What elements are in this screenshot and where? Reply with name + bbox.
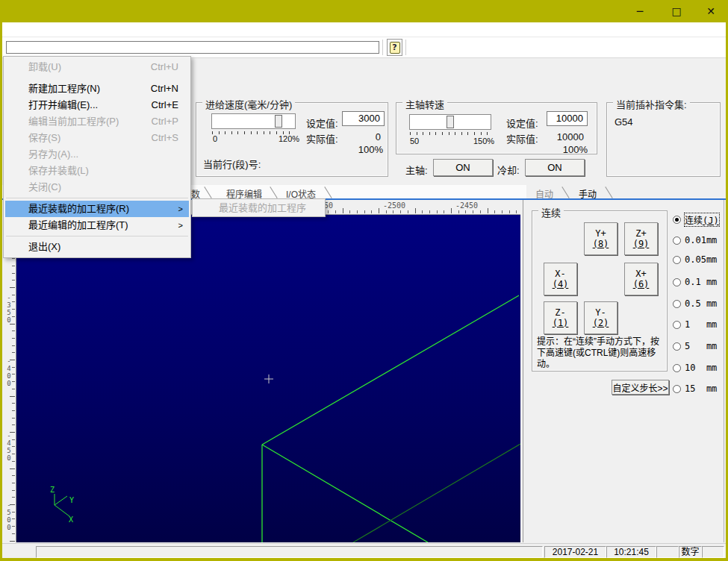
feed-actual-value: 0	[342, 131, 381, 142]
h-ruler-label: -2450	[452, 201, 482, 210]
v-ruler-label: -350	[5, 294, 13, 324]
menu-gap	[4, 75, 190, 81]
jog-z-minus-button[interactable]: Z-(1)	[544, 301, 577, 334]
spindle-onoff-label: 主轴:	[405, 163, 428, 177]
step-label: 1 mm	[685, 319, 717, 330]
feed-override-slider[interactable]	[211, 113, 296, 129]
current-line-label: 当前行(段)号:	[203, 157, 261, 171]
spindle-min-label: 50	[410, 137, 419, 145]
step-radio-10[interactable]: 10 mm	[673, 363, 717, 373]
radio-icon	[673, 236, 681, 245]
radio-icon	[673, 278, 681, 286]
menu-item-unload[interactable]: 卸载(U)Ctrl+U	[5, 59, 189, 75]
jog-axis: X-	[555, 269, 565, 279]
menu-item-edit-current[interactable]: 编辑当前加工程序(P)Ctrl+P	[5, 113, 189, 130]
jog-axis: Z-	[555, 307, 565, 318]
radio-icon	[673, 256, 681, 264]
step-radio-001[interactable]: 0.01mm	[673, 235, 717, 245]
wireframe-svg: Z Y X	[16, 215, 520, 542]
recent-loaded-submenu: 最近装载的加工程序	[192, 198, 326, 217]
window-border-left	[0, 22, 2, 561]
step-radio-15[interactable]: 15 mm	[673, 383, 717, 394]
spindle-max-label: 150%	[473, 137, 494, 145]
minimize-button[interactable]: ─	[623, 0, 656, 22]
step-label: 10 mm	[685, 363, 717, 373]
feed-rate-group-title: 进给速度(毫米/分钟)	[202, 97, 295, 111]
feed-actual-label: 实际值:	[306, 131, 338, 145]
axis-z-label: Z	[50, 486, 55, 494]
menu-separator	[6, 236, 188, 236]
step-radio-005[interactable]: 0.05mm	[673, 254, 717, 265]
jog-y-plus-button[interactable]: Y+(8)	[584, 222, 617, 255]
tab-separator	[605, 187, 612, 198]
menu-item-recent-loaded[interactable]: 最近装载的加工程序(R)>	[5, 201, 189, 217]
spindle-slider-thumb[interactable]	[447, 116, 454, 128]
submenu-arrow-icon: >	[178, 201, 183, 217]
help-icon: ?	[390, 42, 400, 54]
step-radio-continuous[interactable]: 连续(J)	[673, 213, 719, 226]
jog-key: (1)	[553, 318, 569, 328]
submenu-item-recent-loaded[interactable]: 最近装载的加工程序	[194, 199, 323, 216]
jog-axis: Z+	[635, 228, 646, 239]
radio-icon	[673, 216, 681, 224]
step-label: 0.01mm	[685, 235, 717, 245]
jog-x-minus-button[interactable]: X-(4)	[544, 263, 577, 295]
step-radio-01[interactable]: 0.1 mm	[673, 277, 717, 287]
help-button[interactable]: ?	[387, 39, 402, 56]
menu-item-save-and-load[interactable]: 保存并装载(L)	[5, 163, 189, 179]
menu-item-save-as[interactable]: 另存为(A)...	[5, 146, 189, 163]
custom-step-button[interactable]: 自定义步长>>	[612, 380, 669, 395]
v-ruler-label: -500	[5, 501, 13, 531]
submenu-arrow-icon: >	[178, 217, 183, 234]
step-label: 0.5 mm	[685, 298, 717, 309]
v-ruler-label: -400	[5, 357, 13, 387]
spindle-slider-ticks	[410, 132, 491, 135]
status-time: 10:21:45	[606, 546, 656, 558]
status-empty-cell	[656, 546, 679, 558]
gcode-group-title: 当前插补指令集:	[613, 97, 690, 111]
close-button[interactable]: ✕	[694, 0, 727, 22]
gcode-group: 当前插补指令集: G54	[606, 102, 721, 177]
minimize-icon: ─	[637, 5, 643, 17]
toolbar-separator	[382, 40, 383, 55]
step-radio-5[interactable]: 5 mm	[673, 341, 717, 351]
h-ruler-label: -2500	[379, 201, 409, 210]
jog-key: (6)	[633, 279, 650, 289]
spindle-actual-value: 10000	[547, 131, 584, 142]
spindle-on-button[interactable]: ON	[433, 159, 493, 176]
spindle-on-label: ON	[455, 162, 470, 173]
coolant-on-label: ON	[547, 162, 562, 173]
step-label: 15 mm	[685, 383, 717, 394]
spindle-group-title: 主轴转速	[402, 97, 447, 111]
window-border-bottom	[0, 558, 728, 561]
radio-icon	[673, 364, 681, 372]
mode-tab-strip: 自动 手动	[526, 185, 726, 200]
step-radio-05[interactable]: 0.5 mm	[673, 298, 717, 309]
maximize-button[interactable]: □	[660, 0, 693, 22]
feed-slider-thumb[interactable]	[275, 115, 282, 128]
menu-item-save[interactable]: 保存(S)Ctrl+S	[5, 130, 189, 146]
jog-key: (9)	[633, 239, 650, 249]
menu-item-open-edit[interactable]: 打开并编辑(E)...Ctrl+E	[5, 97, 189, 113]
gcode-value: G54	[615, 116, 633, 128]
toolpath-canvas[interactable]: Z Y X	[16, 215, 520, 542]
menu-item-exit[interactable]: 退出(X)	[5, 239, 189, 255]
menu-item-recent-edited[interactable]: 最近编辑的加工程序(T)>	[5, 217, 189, 234]
tab-separator	[270, 187, 277, 198]
feed-set-value[interactable]: 3000	[342, 111, 385, 126]
jog-y-minus-button[interactable]: Y-(2)	[584, 301, 617, 334]
spindle-set-label: 设定值:	[506, 116, 538, 130]
feed-max-label: 120%	[279, 134, 299, 143]
toolbar-combobox[interactable]	[6, 41, 379, 54]
spindle-set-value[interactable]: 10000	[547, 111, 588, 126]
menu-item-new-program[interactable]: 新建加工程序(N)Ctrl+N	[5, 81, 189, 97]
menu-item-close[interactable]: 关闭(C)	[5, 179, 189, 195]
status-empty-cell	[702, 546, 724, 558]
spindle-override-slider[interactable]	[409, 114, 491, 130]
step-radio-1[interactable]: 1 mm	[673, 319, 717, 330]
close-icon: ✕	[706, 5, 715, 17]
jog-x-plus-button[interactable]: X+(6)	[624, 263, 658, 295]
jog-axis: Y-	[595, 307, 606, 318]
jog-z-plus-button[interactable]: Z+(9)	[624, 222, 658, 255]
coolant-on-button[interactable]: ON	[525, 159, 585, 176]
